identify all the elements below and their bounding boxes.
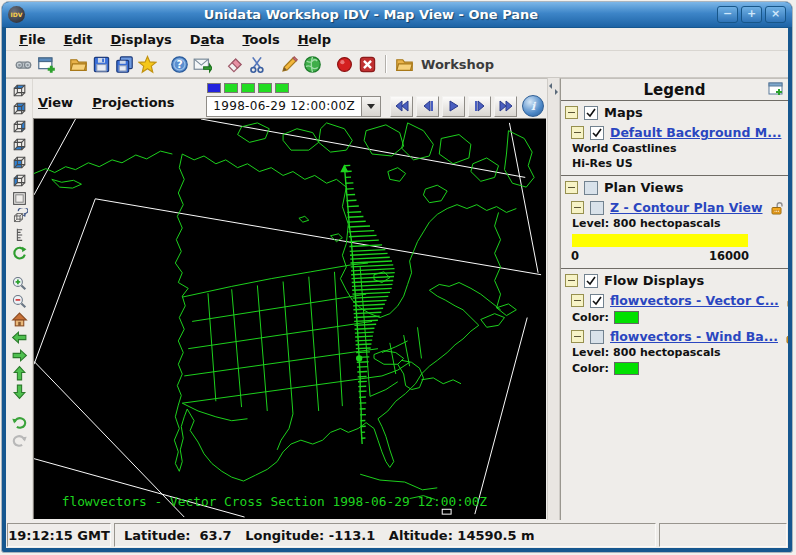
time-combobox[interactable]: 1998-06-29 12:00:00Z (206, 96, 381, 117)
close-button[interactable]: × (765, 6, 786, 23)
item-visibility-checkbox[interactable] (590, 330, 604, 344)
legend-item-flowvectors-vector: flowvectors - Vector C... Color: (561, 290, 788, 326)
collapse-box[interactable] (571, 294, 584, 307)
time-step-0[interactable] (207, 83, 221, 93)
fast-forward-button[interactable] (494, 96, 517, 117)
item-visibility-checkbox[interactable] (590, 201, 604, 215)
menu-displays[interactable]: Displays (102, 30, 181, 49)
time-step-1[interactable] (224, 83, 238, 93)
menu-tools[interactable]: Tools (233, 30, 288, 49)
time-value: 1998-06-29 12:00:00Z (207, 97, 361, 116)
play-button[interactable] (442, 96, 465, 117)
view-south-icon[interactable] (11, 154, 28, 171)
delete-icon[interactable] (358, 55, 377, 73)
time-step-4[interactable] (275, 83, 289, 93)
collapse-box[interactable] (565, 181, 578, 194)
time-step-indicator[interactable] (207, 83, 289, 93)
pan-right-icon[interactable] (11, 347, 28, 364)
display-link[interactable]: flowvectors - Vector C... (610, 293, 779, 308)
pan-down-icon[interactable] (11, 383, 28, 400)
lock-open-icon[interactable] (784, 330, 788, 344)
maps-visibility-checkbox[interactable] (584, 106, 598, 120)
view-east-icon[interactable] (11, 118, 28, 135)
time-dropdown-button[interactable] (361, 97, 380, 116)
collapse-box[interactable] (571, 126, 584, 139)
collapse-box[interactable] (571, 201, 584, 214)
divider-collapse-arrows[interactable] (548, 81, 559, 97)
vertical-scale-icon[interactable] (11, 226, 28, 243)
color-swatch[interactable] (614, 362, 639, 375)
auto-rotate-icon[interactable] (11, 244, 28, 261)
view-west-icon[interactable] (11, 172, 28, 189)
view-north-icon[interactable] (11, 100, 28, 117)
svg-text:?: ? (176, 58, 182, 71)
legend-item-contour-plan-view: Z - Contour Plan View Level: 800 hectopa… (561, 197, 788, 264)
float-legend-icon[interactable] (768, 82, 784, 96)
record-icon[interactable] (335, 55, 354, 73)
menu-data[interactable]: Data (181, 30, 234, 49)
workshop-label[interactable]: Workshop (421, 57, 494, 72)
edit-pencil-icon[interactable] (280, 55, 299, 73)
console-icon[interactable] (14, 55, 33, 73)
menu-edit[interactable]: Edit (55, 30, 102, 49)
collapse-box[interactable] (565, 274, 578, 287)
time-step-2[interactable] (241, 83, 255, 93)
rotate-view-icon[interactable] (11, 208, 28, 225)
workshop-folder-icon[interactable] (395, 55, 414, 73)
globe-icon[interactable] (303, 55, 322, 73)
cut-scissors-icon[interactable] (248, 55, 267, 73)
favorites-star-icon[interactable] (138, 55, 157, 73)
step-forward-button[interactable] (468, 96, 491, 117)
menu-projections[interactable]: Projections (92, 95, 174, 110)
pan-left-icon[interactable] (11, 329, 28, 346)
flow-displays-visibility-checkbox[interactable] (584, 274, 598, 288)
color-swatch[interactable] (614, 311, 639, 324)
menu-file[interactable]: File (10, 30, 55, 49)
lock-closed-icon[interactable] (787, 126, 788, 140)
item-visibility-checkbox[interactable] (590, 126, 604, 140)
help-icon[interactable]: ? (170, 55, 189, 73)
support-email-icon[interactable] (193, 55, 212, 73)
zoom-in-icon[interactable] (11, 275, 28, 292)
display-link[interactable]: Default Background M... (610, 125, 781, 140)
step-back-button[interactable] (416, 96, 439, 117)
view-bottom-icon[interactable] (11, 136, 28, 153)
copy-icon[interactable] (115, 55, 134, 73)
menu-help[interactable]: Help (289, 30, 340, 49)
menu-view[interactable]: View (38, 95, 73, 110)
title-bar[interactable]: IDV Unidata Workshop IDV - Map View - On… (2, 2, 792, 27)
collapse-box[interactable] (565, 106, 578, 119)
legend-title: Legend (643, 81, 705, 99)
display-link[interactable]: flowvectors - Wind Ba... (610, 329, 778, 344)
undo-icon[interactable] (11, 413, 28, 430)
time-step-3[interactable] (258, 83, 272, 93)
eraser-icon[interactable] (225, 55, 244, 73)
new-window-icon[interactable] (37, 55, 56, 73)
legend-section-plan-views: Plan Views Z - Contour Plan View (561, 175, 788, 268)
split-pane-divider[interactable] (547, 78, 560, 520)
pan-up-icon[interactable] (11, 365, 28, 382)
zoom-out-icon[interactable] (11, 293, 28, 310)
time-animation-widget: 1998-06-29 12:00:00Z i (206, 83, 544, 117)
item-visibility-checkbox[interactable] (590, 294, 604, 308)
view-box-icon[interactable] (11, 190, 28, 207)
display-link[interactable]: Z - Contour Plan View (610, 200, 763, 215)
plan-views-visibility-checkbox[interactable] (584, 181, 598, 195)
view-main: View Projections 1998-06-29 12:00:00Z (33, 79, 547, 520)
view-top-icon[interactable] (11, 82, 28, 99)
lock-open-icon[interactable] (769, 201, 784, 215)
lock-open-icon[interactable] (785, 294, 788, 308)
save-icon[interactable] (92, 55, 111, 73)
collapse-left-icon (549, 83, 552, 89)
view-menu-bar: View Projections (38, 95, 194, 110)
minimize-button[interactable]: − (717, 6, 738, 23)
animation-properties-button[interactable]: i (522, 95, 544, 117)
map-display-canvas[interactable]: flowvectors - Vector Cross Section 1998-… (33, 118, 546, 519)
collapse-box[interactable] (571, 330, 584, 343)
color-scale-bar[interactable] (572, 234, 748, 247)
open-folder-icon[interactable] (69, 55, 88, 73)
rewind-button[interactable] (390, 96, 413, 117)
redo-icon[interactable] (11, 431, 28, 448)
home-view-icon[interactable] (11, 311, 28, 328)
maximize-button[interactable]: + (741, 6, 762, 23)
